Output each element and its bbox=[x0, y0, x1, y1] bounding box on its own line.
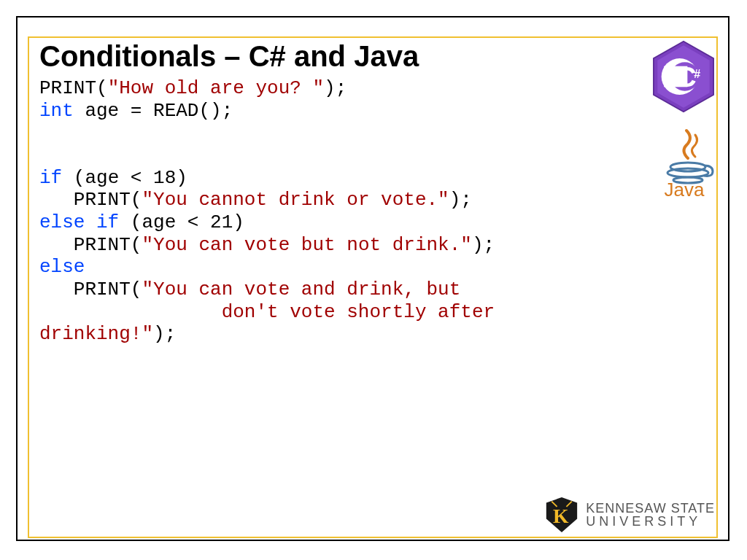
code-text: age = READ(); bbox=[74, 100, 233, 122]
code-text: PRINT( bbox=[39, 189, 142, 211]
ksu-text: KENNESAW STATE UNIVERSITY bbox=[586, 502, 715, 528]
code-keyword: else if bbox=[39, 211, 119, 233]
code-string: "You can vote and drink, but bbox=[142, 279, 460, 300]
code-text: ); bbox=[472, 234, 495, 256]
svg-text:C: C bbox=[676, 61, 696, 93]
code-text: ); bbox=[449, 189, 472, 211]
code-string: drinking!" bbox=[39, 323, 153, 345]
code-text: PRINT( bbox=[39, 279, 142, 300]
csharp-logo-icon: C # bbox=[651, 40, 716, 113]
code-keyword: else bbox=[39, 256, 85, 278]
code-string: "You cannot drink or vote." bbox=[142, 189, 449, 211]
code-text: ); bbox=[153, 323, 176, 345]
svg-point-10 bbox=[673, 177, 703, 183]
code-string: "You can vote but not drink." bbox=[142, 234, 471, 256]
ksu-line2: UNIVERSITY bbox=[586, 515, 715, 528]
svg-point-9 bbox=[667, 168, 708, 177]
code-text: PRINT( bbox=[39, 234, 142, 256]
slide-title: Conditionals – C# and Java bbox=[39, 40, 718, 73]
code-keyword: if bbox=[39, 167, 62, 189]
svg-text:#: # bbox=[694, 67, 700, 80]
code-text: (age < 18) bbox=[62, 167, 187, 189]
code-string: "How old are you? " bbox=[108, 77, 324, 99]
ksu-shield-icon: K bbox=[545, 496, 578, 534]
java-logo-icon: Java bbox=[649, 128, 719, 201]
ksu-line1: KENNESAW STATE bbox=[586, 502, 715, 515]
slide-content: Conditionals – C# and Java PRINT("How ol… bbox=[39, 40, 718, 346]
kennesaw-state-logo: K KENNESAW STATE UNIVERSITY bbox=[545, 496, 715, 534]
code-string: don't vote shortly after bbox=[39, 301, 506, 323]
code-text: ); bbox=[324, 77, 347, 99]
code-text: (age < 21) bbox=[119, 211, 244, 233]
svg-text:K: K bbox=[553, 505, 569, 527]
code-keyword: int bbox=[39, 100, 74, 122]
code-text: PRINT( bbox=[39, 77, 108, 99]
code-block: PRINT("How old are you? "); int age = RE… bbox=[39, 77, 718, 346]
